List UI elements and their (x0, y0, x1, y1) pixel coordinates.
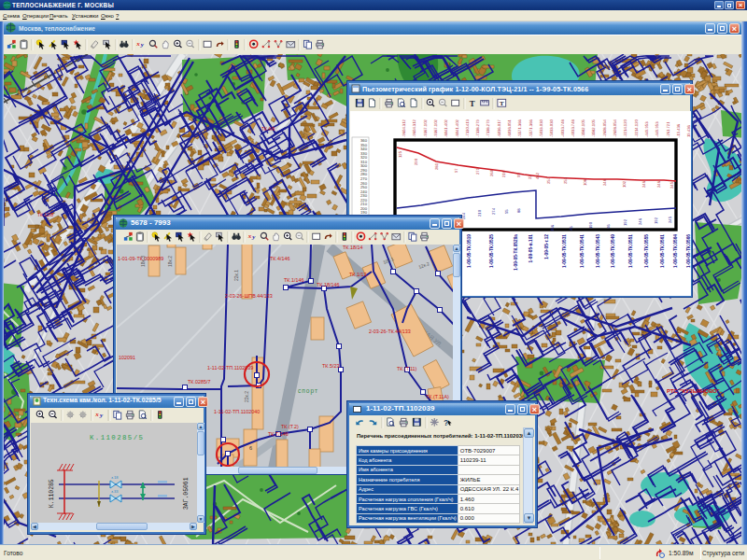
svg-text:y: y (140, 41, 145, 49)
svg-text:-2214.120: -2214.120 (634, 119, 639, 137)
svg-text:210: 210 (477, 209, 482, 217)
svg-text:-5571.366: -5571.366 (517, 119, 522, 137)
svg-text:ТК.4/9: ТК.4/9 (261, 126, 275, 132)
svg-text:ТК.0285/7: ТК.0285/7 (188, 379, 210, 385)
svg-text:x: x (94, 411, 99, 418)
svg-text:ТК.12/8: ТК.12/8 (37, 212, 53, 217)
svg-text:1-09-05-ТК.0566: 1-09-05-ТК.0566 (686, 234, 691, 268)
svg-text:1-11-02-ТП.1102040: 1-11-02-ТП.1102040 (214, 409, 260, 414)
svg-text:-449.953: -449.953 (655, 121, 659, 137)
svg-text:274: 274 (491, 207, 496, 215)
svg-text:1-09-05-ТК.0564: 1-09-05-ТК.0564 (673, 234, 678, 268)
svg-text:-9367.102: -9367.102 (423, 119, 428, 137)
svg-text:19.436: 19.436 (686, 125, 691, 137)
svg-text:99: 99 (516, 173, 521, 177)
svg-text:192: 192 (654, 217, 658, 224)
svg-text:-4033.748: -4033.748 (560, 119, 565, 137)
svg-text:ТК.(Т.11А): ТК.(Т.11А) (426, 394, 449, 399)
svg-text:18к.3: 18к.3 (140, 256, 146, 267)
svg-text:1-09-05-т.12: 1-09-05-т.12 (544, 234, 549, 259)
svg-text:1-09-05-ТК.0525: 1-09-05-ТК.0525 (489, 234, 494, 268)
svg-text:1-09-05-ТК.0531: 1-09-05-ТК.0531 (562, 234, 567, 268)
svg-text:246: 246 (638, 217, 642, 225)
svg-text:245: 245 (668, 216, 672, 223)
svg-text:-6036.017: -6036.017 (497, 119, 501, 137)
svg-text:260: 260 (489, 169, 494, 176)
svg-text:-2608.054: -2608.054 (602, 119, 607, 137)
svg-text:102091: 102091 (119, 355, 135, 360)
svg-text:246: 246 (641, 180, 646, 188)
svg-text:-7330.413: -7330.413 (465, 119, 470, 137)
svg-text:97: 97 (454, 168, 458, 173)
svg-text:ТК.18/14: ТК.18/14 (343, 245, 362, 250)
svg-text:К.110285: К.110285 (49, 479, 55, 508)
svg-text:246: 246 (656, 180, 661, 188)
svg-text:18к.2: 18к.2 (167, 256, 173, 267)
svg-text:ТК.Т/146: ТК.Т/146 (268, 431, 289, 437)
svg-text:y: y (251, 233, 256, 241)
svg-text:-5033.030: -5033.030 (549, 119, 554, 137)
svg-text:102: 102 (622, 180, 627, 188)
svg-text:257: 257 (546, 176, 551, 184)
svg-text:253: 253 (563, 176, 568, 184)
svg-text:1-09-05-ТК.0541: 1-09-05-ТК.0541 (580, 234, 585, 268)
svg-text:46: 46 (606, 224, 611, 229)
svg-text:-449.953: -449.953 (644, 121, 649, 137)
svg-text:спорт: спорт (298, 387, 318, 395)
svg-text:T: T (470, 99, 475, 108)
svg-text:462: 462 (535, 172, 540, 179)
svg-text:22: 22 (528, 175, 532, 179)
svg-text:-9604.312: -9604.312 (412, 119, 416, 137)
svg-text:186: 186 (550, 224, 555, 231)
svg-text:6: 6 (249, 445, 252, 451)
svg-text:46: 46 (569, 226, 573, 231)
svg-text:T: T (500, 100, 504, 107)
svg-text:ТК.5/23: ТК.5/23 (322, 363, 339, 369)
svg-text:ЗАГ.05061: ЗАГ.05061 (183, 477, 190, 510)
svg-text:-3582.105: -3582.105 (591, 119, 596, 137)
svg-text:ТК.4/146: ТК.4/146 (270, 256, 289, 261)
svg-text:248: 248 (602, 178, 607, 186)
svg-text:-9604.312: -9604.312 (402, 119, 406, 137)
svg-text:ТК.1/13: ТК.1/13 (349, 272, 366, 277)
svg-text:125: 125 (398, 150, 402, 158)
svg-text:-9367.102: -9367.102 (433, 119, 438, 137)
svg-text:1-09-05-ТК.0561: 1-09-05-ТК.0561 (660, 234, 665, 268)
svg-text:-7338.279: -7338.279 (475, 119, 480, 137)
svg-text:1-11-02-ТП.1102039: 1-11-02-ТП.1102039 (207, 365, 253, 371)
svg-text:1-09-05-ТК.0519: 1-09-05-ТК.0519 (467, 234, 472, 268)
svg-text:88: 88 (516, 208, 521, 213)
svg-text:x: x (247, 232, 252, 240)
svg-text:-261.721: -261.721 (666, 121, 670, 137)
svg-text:-4033.748: -4033.748 (571, 119, 575, 137)
svg-text:-8041.402: -8041.402 (444, 119, 448, 137)
svg-text:1-09-05-ТК.0529а: 1-09-05-ТК.0529а (514, 234, 518, 271)
svg-text:290: 290 (414, 158, 418, 165)
svg-text:-3582.105: -3582.105 (581, 119, 585, 137)
svg-text:-7338.279: -7338.279 (486, 119, 490, 137)
svg-text:К.110285/5: К.110285/5 (90, 434, 144, 441)
svg-text:218: 218 (501, 170, 506, 177)
svg-text:з.33: з.33 (111, 489, 119, 494)
svg-text:ТК.1/146: ТК.1/146 (284, 277, 303, 283)
svg-text:1-09-05-в.101: 1-09-05-в.101 (529, 234, 533, 263)
svg-text:y: y (99, 412, 104, 419)
svg-text:?: ? (444, 418, 448, 427)
svg-text:-8041.402: -8041.402 (455, 119, 459, 137)
svg-text:з.18: з.18 (111, 475, 119, 480)
svg-text:-2608.054: -2608.054 (613, 119, 617, 137)
svg-text:ТК.(Т.2): ТК.(Т.2) (281, 424, 299, 429)
svg-text:55: 55 (504, 209, 509, 214)
svg-text:281: 281 (434, 162, 439, 170)
svg-text:22к.1: 22к.1 (233, 270, 239, 281)
svg-text:245: 245 (669, 181, 674, 189)
svg-text:192: 192 (623, 218, 627, 226)
svg-text:2-03-26-ТК.44/133: 2-03-26-ТК.44/133 (369, 329, 411, 334)
svg-text:22к.2: 22к.2 (244, 391, 249, 402)
svg-text:271: 271 (475, 167, 480, 175)
svg-text:-5033.030: -5033.030 (539, 119, 543, 137)
svg-text:-6036.051: -6036.051 (507, 119, 512, 137)
svg-text:1-09-05-ТК.0555: 1-09-05-ТК.0555 (644, 234, 649, 268)
svg-text:1-09-05-ТК.0543: 1-09-05-ТК.0543 (596, 234, 600, 268)
svg-text:ТК.18/146: ТК.18/146 (317, 282, 339, 287)
